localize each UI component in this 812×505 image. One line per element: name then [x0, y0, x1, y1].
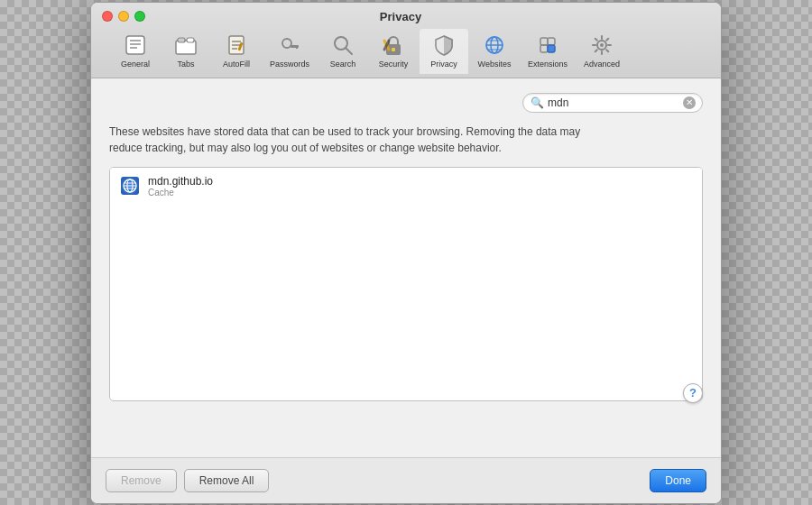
titlebar-top: Privacy	[102, 10, 710, 23]
svg-rect-27	[548, 38, 555, 45]
tab-websites-label: Websites	[478, 60, 512, 69]
bottom-bar: Remove Remove All Done	[91, 457, 721, 503]
svg-rect-29	[548, 45, 555, 52]
tab-search[interactable]: Search	[318, 29, 367, 74]
svg-rect-5	[178, 38, 185, 42]
remove-all-button[interactable]: Remove All	[184, 469, 270, 492]
svg-point-31	[600, 43, 604, 47]
svg-rect-3	[130, 47, 137, 49]
bottom-left-buttons: Remove Remove All	[106, 469, 269, 492]
svg-rect-6	[187, 38, 194, 42]
svg-rect-28	[540, 45, 548, 52]
tab-passwords[interactable]: Passwords	[263, 29, 317, 74]
site-globe-icon	[121, 177, 139, 195]
done-button[interactable]: Done	[650, 469, 706, 492]
tab-security-label: Security	[379, 60, 409, 69]
tab-autofill[interactable]: AutoFill	[212, 29, 261, 74]
titlebar: Privacy General	[91, 3, 721, 78]
window-title: Privacy	[145, 10, 656, 23]
search-tab-icon	[330, 32, 355, 58]
search-clear-button[interactable]: ✕	[683, 96, 696, 109]
remove-button[interactable]: Remove	[106, 469, 177, 492]
site-name: mdn.github.io	[148, 175, 213, 188]
svg-rect-13	[296, 45, 298, 49]
tab-general[interactable]: General	[111, 29, 160, 74]
description-text: These websites have stored data that can…	[109, 124, 614, 156]
tab-security[interactable]: Security	[369, 29, 418, 74]
close-button[interactable]	[102, 11, 113, 22]
tab-extensions[interactable]: Extensions	[521, 29, 575, 74]
window-container: Privacy General	[90, 2, 722, 504]
site-info: mdn.github.io Cache	[148, 175, 213, 197]
tab-advanced[interactable]: Advanced	[577, 29, 627, 74]
svg-rect-1	[130, 40, 141, 41]
minimize-button[interactable]	[118, 11, 129, 22]
svg-line-36	[595, 38, 597, 40]
toolbar: General Tabs	[102, 29, 710, 74]
svg-rect-2	[130, 43, 141, 45]
tab-general-label: General	[121, 60, 150, 69]
advanced-icon	[589, 32, 614, 58]
tab-tabs-label: Tabs	[177, 60, 194, 69]
tab-websites[interactable]: Websites	[470, 29, 519, 74]
tabs-icon	[173, 32, 198, 58]
svg-rect-26	[540, 38, 548, 45]
tab-advanced-label: Advanced	[584, 60, 620, 69]
extensions-icon	[535, 32, 560, 58]
tab-passwords-label: Passwords	[270, 60, 309, 69]
tab-privacy[interactable]: Privacy	[420, 29, 468, 74]
tab-search-label: Search	[330, 60, 356, 69]
passwords-icon	[277, 32, 302, 58]
list-item[interactable]: mdn.github.io Cache	[110, 168, 702, 205]
svg-rect-18	[392, 48, 395, 51]
content-area: 🔍 ✕ These websites have stored data that…	[91, 78, 721, 457]
privacy-icon	[431, 32, 457, 58]
maximize-button[interactable]	[134, 11, 145, 22]
svg-rect-14	[293, 45, 295, 48]
tab-tabs[interactable]: Tabs	[161, 29, 210, 74]
security-icon	[381, 32, 406, 58]
search-icon: 🔍	[531, 96, 544, 109]
search-row: 🔍 ✕	[109, 93, 703, 113]
main-window: Privacy General	[90, 2, 722, 504]
websites-icon	[482, 32, 507, 58]
help-button[interactable]: ?	[683, 383, 703, 403]
svg-line-39	[595, 50, 597, 51]
website-list: mdn.github.io Cache	[109, 167, 703, 401]
search-input[interactable]	[548, 96, 683, 109]
svg-line-16	[346, 48, 352, 54]
svg-point-11	[282, 39, 291, 48]
traffic-lights	[102, 11, 145, 22]
site-type: Cache	[148, 188, 213, 197]
search-box[interactable]: 🔍 ✕	[522, 93, 703, 113]
tab-extensions-label: Extensions	[528, 60, 567, 69]
tab-privacy-label: Privacy	[430, 60, 457, 69]
general-icon	[123, 32, 148, 58]
tab-autofill-label: AutoFill	[223, 60, 250, 69]
autofill-icon	[224, 32, 249, 58]
svg-line-37	[606, 50, 608, 51]
svg-line-38	[606, 38, 608, 40]
